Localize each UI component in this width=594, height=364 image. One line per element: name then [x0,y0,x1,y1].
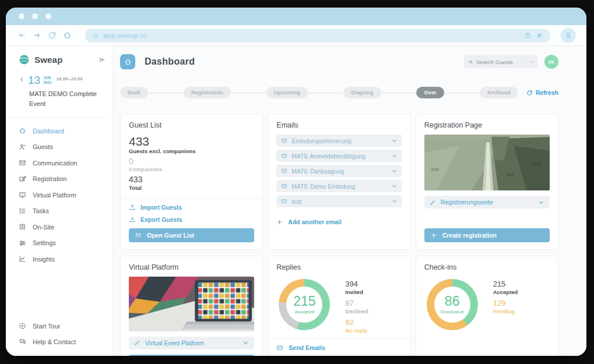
stage-ongoing[interactable]: Ongoing [343,87,381,98]
share-icon[interactable] [524,31,532,39]
import-guests-label: Import Guests [140,204,182,211]
export-guests-link[interactable]: Export Guests [129,216,254,223]
check-ins-card: Check-ins 86 Checked-in 215 Accepted [416,256,558,356]
sidebar-item-insights[interactable]: Insights [19,255,106,263]
replies-card: Replies 215 Accepted 394 Invited [268,256,410,356]
refresh-button[interactable]: Refresh [526,89,558,96]
window-minimize-icon[interactable] [32,13,38,19]
event-switcher[interactable]: 13 JUN 2021 16:00–20:00 [19,75,106,86]
sidebar-item-virtual-platform[interactable]: Virtual Platform [19,191,106,199]
sidebar-item-label: Insights [33,256,55,263]
sidebar-item-registration[interactable]: Registration [19,175,106,183]
mail-icon [281,153,287,159]
event-status-pipeline: Draft Registration Upcoming Ongoing Over… [120,87,518,98]
back-icon[interactable] [16,30,27,41]
donut-center: 215 Accepted [286,287,322,323]
chevron-down-icon[interactable] [391,168,398,174]
guest-list-card: Guest List 433 Guests excl. companions 0… [120,114,263,250]
email-item[interactable]: test [276,195,402,207]
email-item[interactable]: MATE Anmeldebestätigung [276,150,402,162]
page-title: Dashboard [145,56,464,67]
replies-donut-chart: 215 Accepted [279,279,330,330]
event-month: JUN [43,76,51,80]
sidebar-item-on-site[interactable]: On-Site [19,223,106,231]
event-name: MATE DEMO Complete Event [29,89,99,109]
sidebar-item-label: Settings [33,239,56,246]
sidebar-item-communication[interactable]: Communication [19,159,106,167]
reload-icon[interactable] [47,30,57,41]
sidebar-item-help-contact[interactable]: Help & Contact [19,338,106,345]
mail-icon [276,344,283,351]
email-item[interactable]: MATE Demo Einladung [276,180,402,192]
declined-value: 87 [345,299,368,308]
search-input[interactable] [476,59,526,65]
event-time: 16:00–20:00 [57,76,83,82]
guests-count-label: Guests excl. companions [129,148,254,154]
stage-over[interactable]: Over [416,87,444,98]
stage-registration[interactable]: Registration [184,87,231,98]
stage-upcoming[interactable]: Upcoming [266,87,308,98]
forward-icon[interactable] [31,30,42,41]
email-item[interactable]: Einladungserinnerung [276,135,402,147]
sidebar-divider [6,117,106,118]
chevron-left-icon[interactable] [19,76,25,83]
open-guest-list-button[interactable]: Open Guest List [129,228,254,242]
home-icon [19,127,26,135]
send-emails-link[interactable]: Send Emails [276,344,402,351]
dashboard-grid: Guest List 433 Guests excl. companions 0… [120,114,558,356]
guest-search[interactable] [464,55,537,68]
email-item[interactable]: MATE Danksagung [276,165,402,177]
plus-icon [430,232,437,239]
brand-name: Sweap [34,55,93,65]
total-count: 433 [129,175,254,184]
create-registration-button[interactable]: Create registration [424,228,550,242]
chevron-down-icon[interactable] [391,198,398,204]
accepted-count: 215 [293,295,315,308]
add-email-link[interactable]: Add another email [276,218,402,225]
pending-stat: 129 Pending [493,299,518,314]
chevron-down-icon[interactable] [391,153,398,159]
chevron-down-icon[interactable] [538,199,544,206]
create-virtual-platform-button[interactable]: Create Virtual Platform [129,355,254,356]
window-close-icon[interactable] [19,13,24,19]
card-divider [121,198,262,199]
sidebar-item-label: Start Tour [33,323,61,330]
chevron-down-icon[interactable] [529,59,533,64]
registration-page-select[interactable]: Registrierungsseite [424,196,550,208]
bookmark-star-icon[interactable] [536,31,543,39]
sidebar-item-label: Help & Contact [33,338,76,345]
app-shell: Sweap 13 JUN 2021 16:00–20:00 MATE DEMO … [6,46,586,356]
stage-draft[interactable]: Draft [120,87,148,98]
declined-label: Declined [345,308,368,314]
virtual-platform-select[interactable]: Virtual Event Platform [129,337,254,349]
no-reply-label: No reply [345,327,368,334]
user-avatar[interactable]: GK [544,55,558,69]
email-item-label: MATE Danksagung [291,168,386,175]
browser-profile-avatar[interactable]: S [561,28,576,43]
stage-archived[interactable]: Archived [480,87,518,98]
chevron-down-icon[interactable] [242,340,249,346]
browser-home-icon[interactable] [62,30,72,41]
chevron-down-icon[interactable] [391,183,398,189]
sidebar-item-tasks[interactable]: Tasks [19,207,106,215]
mail-icon [281,137,287,144]
collapse-sidebar-icon[interactable] [98,56,106,63]
sidebar-item-settings[interactable]: Settings [19,239,106,247]
dashboard-home-icon [120,54,135,69]
sidebar-item-start-tour[interactable]: Start Tour [19,322,106,330]
main-content: Dashboard GK Draft Registration Upcoming… [113,46,586,356]
sidebar-item-dashboard[interactable]: Dashboard [19,127,106,135]
sidebar-item-guests[interactable]: Guests [19,143,106,151]
guest-list-icon [135,232,142,239]
event-day: 13 [28,75,40,86]
import-guests-link[interactable]: Import Guests [129,204,254,211]
pending-value: 129 [493,299,518,308]
chevron-down-icon[interactable] [391,137,398,144]
companions-count: 0 [129,157,254,166]
mail-icon [19,159,26,167]
address-bar[interactable]: app.sweap.io [85,29,550,43]
registration-page-preview-image [424,135,550,190]
card-title: Virtual Platform [129,263,254,271]
window-zoom-icon[interactable] [45,13,51,19]
accepted-label: Accepted [493,289,518,295]
